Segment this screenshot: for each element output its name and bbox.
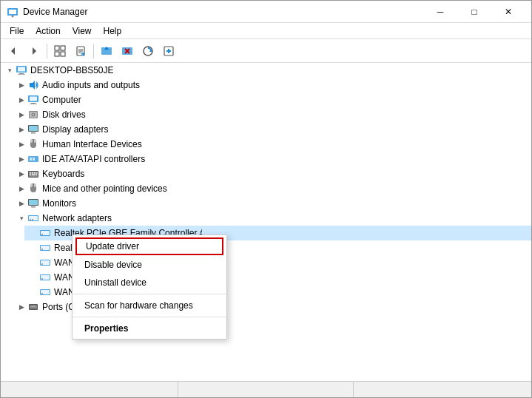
realtek3-icon bbox=[39, 227, 51, 239]
svg-rect-62 bbox=[29, 200, 38, 205]
svg-rect-42 bbox=[30, 139, 33, 143]
scan-button[interactable] bbox=[138, 41, 158, 61]
menu-file[interactable]: File bbox=[4, 24, 30, 38]
ctx-sep-1 bbox=[73, 294, 226, 294]
svg-rect-33 bbox=[30, 104, 37, 104]
network-icon bbox=[27, 212, 39, 224]
ctx-properties[interactable]: Properties bbox=[73, 320, 226, 337]
realtek8-icon bbox=[39, 242, 51, 254]
mice-row[interactable]: ▶ Mice and other pointing devices bbox=[13, 181, 531, 196]
display-icon bbox=[27, 124, 39, 135]
keyboard-icon bbox=[27, 168, 39, 180]
monitors-icon bbox=[27, 198, 39, 209]
ctx-update-driver[interactable]: Update driver bbox=[75, 237, 223, 255]
display-row[interactable]: ▶ Display adapters bbox=[13, 122, 531, 137]
content-area: ▾ DESKTOP-BBS50JE ▶ bbox=[1, 63, 531, 381]
svg-rect-84 bbox=[30, 306, 37, 309]
window-controls: ─ □ ✕ bbox=[423, 1, 525, 23]
toolbar: i bbox=[1, 39, 531, 63]
svg-rect-7 bbox=[55, 52, 59, 56]
root-expand[interactable]: ▾ bbox=[4, 64, 16, 76]
svg-rect-85 bbox=[31, 306, 36, 307]
tree-view-button[interactable] bbox=[50, 41, 70, 61]
computer-row[interactable]: ▶ Computer bbox=[13, 92, 531, 107]
hid-expand[interactable]: ▶ bbox=[16, 138, 27, 150]
disk-row[interactable]: ▶ Disk drives bbox=[13, 107, 531, 122]
ctx-uninstall-device[interactable]: Uninstall device bbox=[73, 274, 226, 291]
keyboard-row[interactable]: ▶ bbox=[13, 166, 531, 181]
forward-button[interactable] bbox=[24, 41, 44, 61]
hid-row[interactable]: ▶ Human Interface Devices bbox=[13, 137, 531, 152]
uninstall-button[interactable] bbox=[118, 41, 137, 61]
minimize-button[interactable]: ─ bbox=[423, 1, 457, 23]
keyboard-expand[interactable]: ▶ bbox=[16, 168, 27, 180]
monitors-label: Monitors bbox=[42, 198, 76, 209]
app-icon bbox=[7, 6, 18, 18]
menu-action[interactable]: Action bbox=[30, 24, 66, 38]
ctx-disable-device[interactable]: Disable device bbox=[73, 256, 226, 274]
computer-icon2 bbox=[27, 94, 39, 106]
ide-row[interactable]: ▶ IDE ATA/ATAPI controllers bbox=[13, 152, 531, 166]
svg-rect-51 bbox=[32, 172, 33, 174]
svg-marker-3 bbox=[11, 47, 15, 55]
svg-rect-47 bbox=[33, 158, 35, 161]
audio-icon bbox=[27, 79, 39, 91]
add-hardware-button[interactable] bbox=[159, 41, 178, 61]
svg-rect-26 bbox=[18, 67, 25, 72]
svg-rect-50 bbox=[30, 172, 31, 174]
audio-expand[interactable]: ▶ bbox=[16, 79, 27, 91]
svg-rect-8 bbox=[61, 52, 65, 56]
svg-rect-40 bbox=[31, 132, 36, 134]
update-driver-button[interactable] bbox=[97, 41, 116, 61]
ports-icon bbox=[27, 301, 39, 313]
hid-label: Human Interface Devices bbox=[42, 139, 142, 149]
svg-point-66 bbox=[30, 219, 31, 220]
ports-expand[interactable]: ▶ bbox=[16, 301, 27, 313]
menu-bar: File Action View Help bbox=[1, 23, 531, 39]
toolbar-sep-1 bbox=[47, 44, 47, 58]
back-button[interactable] bbox=[4, 41, 23, 61]
device-tree[interactable]: ▾ DESKTOP-BBS50JE ▶ bbox=[1, 63, 531, 381]
svg-rect-56 bbox=[36, 175, 37, 176]
svg-point-76 bbox=[41, 263, 43, 265]
svg-rect-59 bbox=[34, 183, 37, 187]
network-row[interactable]: ▾ Network adapters bbox=[13, 211, 531, 226]
menu-help[interactable]: Help bbox=[98, 24, 128, 38]
svg-rect-1 bbox=[9, 10, 16, 14]
computer-label: Computer bbox=[42, 95, 81, 105]
root-row[interactable]: ▾ DESKTOP-BBS50JE bbox=[1, 63, 531, 78]
svg-rect-43 bbox=[34, 139, 37, 143]
computer-icon bbox=[16, 64, 27, 76]
context-menu: Update driver Disable device Uninstall d… bbox=[72, 235, 227, 340]
wan-pptp-icon bbox=[39, 271, 51, 283]
mice-expand[interactable]: ▶ bbox=[16, 183, 27, 195]
disk-expand[interactable]: ▶ bbox=[16, 109, 27, 121]
audio-label: Audio inputs and outputs bbox=[42, 80, 140, 90]
status-section-2 bbox=[179, 382, 354, 397]
network-label: Network adapters bbox=[42, 213, 112, 223]
properties-button[interactable]: i bbox=[71, 41, 90, 61]
monitors-row[interactable]: ▶ Monitors bbox=[13, 196, 531, 211]
maximize-button[interactable]: □ bbox=[457, 1, 491, 23]
network-expand[interactable]: ▾ bbox=[16, 212, 27, 224]
ide-expand[interactable]: ▶ bbox=[16, 153, 27, 165]
title-bar: Device Manager ─ □ ✕ bbox=[1, 1, 531, 23]
ctx-scan-hardware[interactable]: Scan for hardware changes bbox=[73, 297, 226, 314]
status-section-3 bbox=[354, 382, 528, 397]
close-button[interactable]: ✕ bbox=[491, 1, 525, 23]
disk-icon bbox=[27, 109, 39, 121]
svg-point-2 bbox=[12, 15, 14, 17]
status-bar bbox=[1, 381, 531, 397]
disk-label: Disk drives bbox=[42, 109, 86, 120]
menu-view[interactable]: View bbox=[67, 24, 98, 38]
mice-icon bbox=[27, 183, 39, 195]
svg-rect-6 bbox=[61, 46, 65, 50]
hid-icon bbox=[27, 138, 39, 150]
display-expand[interactable]: ▶ bbox=[16, 124, 27, 135]
monitors-expand[interactable]: ▶ bbox=[16, 198, 27, 209]
wan-sstp-icon bbox=[39, 286, 51, 298]
computer-expand[interactable]: ▶ bbox=[16, 94, 27, 106]
svg-text:i: i bbox=[82, 53, 83, 56]
audio-row[interactable]: ▶ Audio inputs and outputs bbox=[13, 78, 531, 92]
svg-rect-46 bbox=[30, 158, 32, 161]
